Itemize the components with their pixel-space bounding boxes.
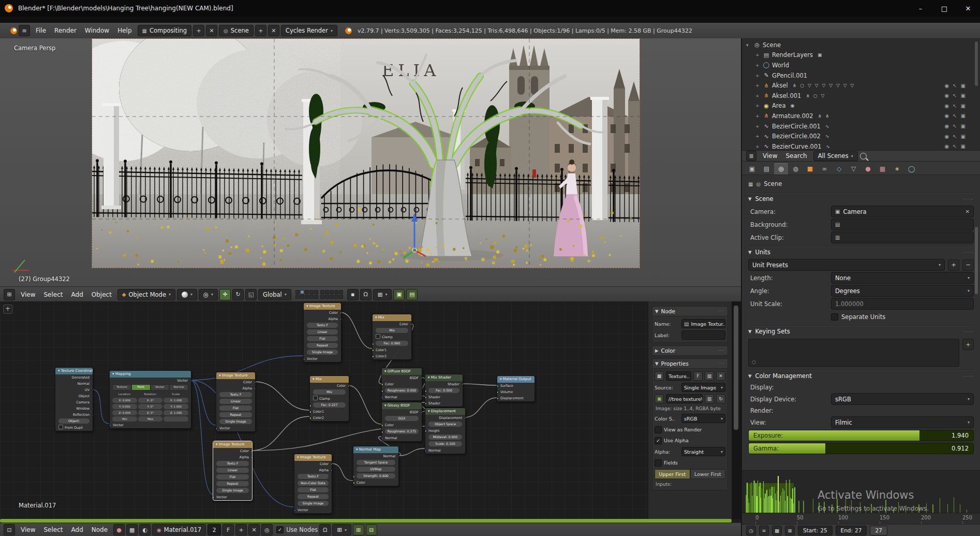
input-socket[interactable] xyxy=(309,417,311,419)
panel-header-scene[interactable]: ▼Scene┄┄┄ xyxy=(748,193,974,204)
node-tex-coord[interactable]: ▾ Texture CoordinateGeneratedNormalUVObj… xyxy=(55,367,93,431)
render-icon[interactable]: ▣ xyxy=(961,143,966,149)
output-socket[interactable] xyxy=(464,417,466,419)
paste-nodes-button[interactable]: ⊟ xyxy=(366,524,377,535)
input-socket[interactable] xyxy=(216,427,218,430)
input-socket[interactable] xyxy=(425,396,427,399)
shader-tree-button[interactable]: ● xyxy=(113,524,125,535)
editor-type-button-info[interactable]: ≡ xyxy=(19,25,30,36)
expander-icon[interactable]: + xyxy=(755,134,762,139)
display-device-dropdown[interactable]: sRGB▾ xyxy=(831,393,974,405)
layer-cell[interactable] xyxy=(334,290,338,294)
snap-element-dropdown[interactable]: ⊞▾ xyxy=(373,289,392,300)
gamma-slider[interactable]: Gamma: 0.912 xyxy=(748,443,974,454)
input-socket[interactable] xyxy=(425,390,427,393)
node-header-image-texture-3[interactable]: ▾ Image Texture xyxy=(304,303,341,310)
output-socket[interactable] xyxy=(92,376,94,379)
panel-header-color-management[interactable]: ▼Color Management┄┄┄ xyxy=(748,370,974,381)
node-field-row[interactable]: Single Image xyxy=(216,419,255,425)
select-icon[interactable]: ↖ xyxy=(953,143,957,149)
current-frame-field[interactable]: 27 xyxy=(870,526,887,535)
select-icon[interactable]: ↖ xyxy=(953,123,957,129)
reload-image-icon[interactable]: ↻ xyxy=(716,394,725,403)
menu-select[interactable]: Select xyxy=(39,289,67,300)
node-field-row[interactable]: Textu F xyxy=(304,323,341,329)
node-field-row[interactable]: Repeat xyxy=(216,412,255,418)
node-field-row[interactable]: Scale: 0.100 xyxy=(425,441,465,447)
node-field-row[interactable]: Tangent Space xyxy=(353,460,398,466)
node-value-row[interactable]: X: 0.000X: 0°X: 1.000 xyxy=(110,397,191,403)
layers-widget[interactable] xyxy=(295,290,343,299)
output-socket[interactable] xyxy=(254,381,256,384)
panel-header-keying-sets[interactable]: ▼Keying Sets┄┄┄ xyxy=(748,326,974,337)
menu-render[interactable]: Render xyxy=(50,25,81,36)
add-keying-set-button[interactable]: + xyxy=(962,339,974,350)
close-button[interactable]: ✕ xyxy=(956,0,980,17)
new-material-button[interactable]: + xyxy=(235,524,247,535)
visibility-icon[interactable]: ◉ xyxy=(944,143,949,149)
tab-object[interactable]: ■ xyxy=(803,163,817,175)
input-socket[interactable] xyxy=(381,383,383,386)
input-socket[interactable] xyxy=(309,411,311,413)
output-socket[interactable] xyxy=(92,401,94,404)
use-alpha-checkbox[interactable]: ✓Use Alpha xyxy=(655,436,725,445)
manipulator-rotate-button[interactable]: ↻ xyxy=(232,289,244,300)
node-header-image-texture-1[interactable]: ▾ Image Texture xyxy=(216,372,255,379)
layer-cell[interactable] xyxy=(320,290,324,294)
node-header-tex-coord[interactable]: ▾ Texture Coordinate xyxy=(55,368,93,374)
input-socket[interactable] xyxy=(372,355,374,358)
render-icon[interactable]: ▣ xyxy=(961,103,966,109)
layer-cell[interactable] xyxy=(309,290,314,294)
current-frame-marker[interactable] xyxy=(778,476,779,513)
lower-first-button[interactable]: Lower First xyxy=(690,469,726,479)
delete-scene-button[interactable]: ✕ xyxy=(268,25,279,36)
image-datablock-field[interactable]: Texture.. xyxy=(666,371,691,381)
input-socket[interactable] xyxy=(381,390,383,393)
render-icon[interactable]: ▣ xyxy=(961,134,966,139)
output-socket[interactable] xyxy=(462,383,464,386)
node-value-row[interactable]: Location:Rotation:Scale: xyxy=(110,391,191,397)
input-socket[interactable] xyxy=(353,475,355,478)
output-socket[interactable] xyxy=(92,383,94,385)
material-users-count[interactable]: 2 xyxy=(207,524,221,535)
layer-cell[interactable] xyxy=(314,290,318,294)
node-field-row[interactable]: Mix xyxy=(310,389,349,396)
node-checkbox-row[interactable]: Clamp xyxy=(310,396,349,402)
colorspace-dropdown[interactable]: sRGB▾ xyxy=(681,414,725,423)
tab-render[interactable]: ▣ xyxy=(745,163,759,175)
toolshelf-expand-button[interactable]: + xyxy=(3,305,12,314)
node-field-row[interactable]: Fac: 0.500 xyxy=(425,388,463,394)
viewport-3d[interactable]: ELIA xyxy=(0,38,741,286)
manipulator-translate-button[interactable]: ✛ xyxy=(219,289,231,300)
output-socket[interactable] xyxy=(92,395,94,398)
node-header-normal-map[interactable]: ▾ Normal Map xyxy=(353,446,398,453)
outliner-scrollbar[interactable] xyxy=(975,41,978,86)
select-icon[interactable]: ↖ xyxy=(953,113,957,119)
panel-header-node[interactable]: ▼Node┄┄ xyxy=(652,306,728,316)
layer-cell[interactable] xyxy=(309,295,314,299)
node-mix-shader[interactable]: ▾ Mix ShaderShaderFac: 0.500ShaderShader xyxy=(425,374,463,407)
use-nodes-checkbox[interactable]: ✓Use Nodes xyxy=(276,526,318,533)
material-datablock-dropdown[interactable]: ◉ Material.017 xyxy=(152,524,206,535)
render-icon[interactable]: ▣ xyxy=(961,123,966,129)
separate-units-checkbox[interactable]: Separate Units xyxy=(831,313,974,321)
node-option-texture[interactable]: Texture xyxy=(112,384,131,390)
tab-render-layers[interactable]: ▤ xyxy=(760,163,774,175)
node-header-glossy-bsdf[interactable]: ▾ Glossy BSDF xyxy=(382,402,422,409)
menu-view[interactable]: View xyxy=(759,150,781,162)
layer-cell[interactable] xyxy=(314,295,318,299)
node-option-normal[interactable]: Normal xyxy=(169,384,188,390)
input-socket[interactable] xyxy=(381,424,383,427)
unit-scale-field[interactable]: 1.000000 xyxy=(831,298,974,310)
select-icon[interactable]: ↖ xyxy=(953,93,957,98)
node-field-row[interactable]: Linear xyxy=(213,468,252,474)
texture-tree-button[interactable]: ◐ xyxy=(139,524,151,535)
expander-icon[interactable]: + xyxy=(755,144,762,149)
timeline-frame-icon[interactable]: ⊞ xyxy=(785,526,795,535)
node-field-row[interactable]: Textu F xyxy=(294,474,332,480)
unit-presets-dropdown[interactable]: Unit Presets▾ xyxy=(748,259,945,271)
node-image-texture-3[interactable]: ▾ Image TextureColorAlphaTextu FLinearFl… xyxy=(303,302,341,363)
output-socket[interactable] xyxy=(331,469,333,472)
output-socket[interactable] xyxy=(251,456,253,459)
menu-view[interactable]: View xyxy=(17,289,39,300)
